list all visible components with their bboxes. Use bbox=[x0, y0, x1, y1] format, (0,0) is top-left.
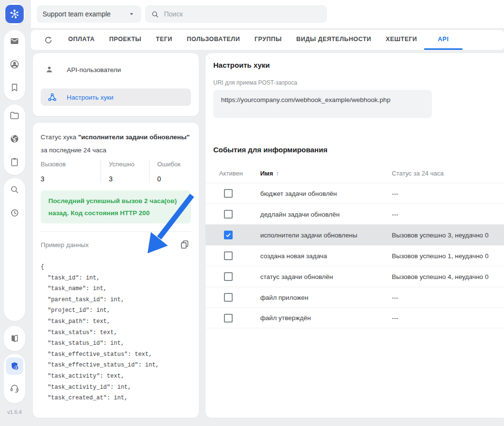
event-status: --- bbox=[392, 211, 504, 218]
tab-api[interactable]: API bbox=[424, 30, 462, 50]
account-icon[interactable] bbox=[9, 59, 20, 70]
history-icon[interactable] bbox=[9, 207, 20, 218]
stat-label: Ошибок bbox=[157, 161, 180, 168]
tab-tags[interactable]: ТЕГИ bbox=[148, 30, 179, 50]
nav-item-label: Настроить хуки bbox=[67, 94, 114, 101]
event-checkbox[interactable] bbox=[224, 189, 233, 198]
app-window: v1.6.4 Support team example Поиск ОПЛАТА… bbox=[0, 0, 504, 426]
hook-status-card: Статус хука "исполнители задачи обновлен… bbox=[33, 123, 199, 418]
events-table: Активен Имя↑ Статус за 24 часа бюджет за… bbox=[206, 163, 504, 328]
tab-activities[interactable]: ВИДЫ ДЕЯТЕЛЬНОСТИ bbox=[289, 30, 378, 50]
copy-icon[interactable] bbox=[178, 238, 191, 251]
event-name: статус задачи обновлён bbox=[260, 273, 392, 280]
tab-users[interactable]: ПОЛЬЗОВАТЕЛИ bbox=[179, 30, 247, 50]
stat-value: 0 bbox=[157, 175, 180, 183]
api-nav-card: API-пользователи Настроить хуки bbox=[33, 53, 199, 116]
tab-list: ОПЛАТА ПРОЕКТЫ ТЕГИ ПОЛЬЗОВАТЕЛИ ГРУППЫ … bbox=[61, 30, 462, 50]
bookmark-icon[interactable] bbox=[9, 82, 20, 93]
panel-title: Настроить хуки bbox=[213, 61, 496, 69]
hook-status-title: Статус хука "исполнители задачи обновлен… bbox=[41, 131, 195, 157]
stat-success: Успешно 3 bbox=[101, 161, 149, 183]
uri-field-label: URI для приема POST-запроса bbox=[213, 79, 496, 86]
sample-data-label: Пример данных bbox=[41, 241, 89, 249]
user-icon bbox=[44, 65, 54, 74]
col-header-status: Статус за 24 часа bbox=[392, 170, 504, 177]
event-checkbox[interactable] bbox=[224, 272, 233, 281]
app-logo-icon[interactable] bbox=[5, 5, 24, 23]
event-status: Вызовов успешно 4, неудачно 0 bbox=[392, 273, 504, 280]
event-name: дедлайн задачи обновлён bbox=[260, 211, 392, 218]
table-row: бюджет задачи обновлён --- bbox=[206, 183, 504, 204]
nav-item-setup-hooks[interactable]: Настроить хуки bbox=[41, 88, 191, 106]
event-name: создана новая задача bbox=[260, 252, 392, 260]
event-status: Вызовов успешно 3, неудачно 0 bbox=[392, 232, 504, 239]
globe-icon[interactable] bbox=[9, 133, 20, 144]
tab-groups[interactable]: ГРУППЫ bbox=[247, 30, 289, 50]
search-placeholder: Поиск bbox=[164, 10, 183, 18]
stat-label: Вызовов bbox=[41, 161, 101, 168]
event-name: исполнители задачи обновлены bbox=[260, 232, 392, 239]
nav-item-label: API-пользователи bbox=[67, 66, 121, 73]
table-row: статус задачи обновлён Вызовов успешно 4… bbox=[206, 266, 504, 287]
rail-group-tools bbox=[4, 178, 25, 321]
col-header-active: Активен bbox=[206, 170, 260, 177]
app-logo-container bbox=[4, 3, 25, 25]
mail-icon[interactable] bbox=[9, 36, 20, 46]
team-selector-value: Support team example bbox=[43, 10, 128, 18]
hook-stats: Вызовов 3 Успешно 3 Ошибок 0 bbox=[41, 161, 191, 183]
table-row: файл утверждён --- bbox=[206, 308, 504, 328]
sample-payload-code: { "task_id": int, "task_name": int, "par… bbox=[41, 262, 191, 404]
event-status: --- bbox=[392, 294, 504, 301]
tab-hashtags[interactable]: ХЕШТЕГИ bbox=[379, 30, 425, 50]
stat-value: 3 bbox=[109, 175, 149, 183]
tabbar: ОПЛАТА ПРОЕКТЫ ТЕГИ ПОЛЬЗОВАТЕЛИ ГРУППЫ … bbox=[31, 30, 504, 50]
book-icon[interactable] bbox=[9, 333, 20, 344]
event-name: файл утверждён bbox=[260, 314, 392, 322]
search-icon bbox=[151, 10, 159, 18]
divider bbox=[41, 231, 191, 232]
event-checkbox[interactable] bbox=[224, 314, 233, 323]
col-header-name[interactable]: Имя↑ bbox=[260, 170, 392, 177]
sort-asc-icon: ↑ bbox=[276, 170, 280, 177]
clipboard-icon[interactable] bbox=[9, 157, 20, 167]
events-section-title: События для информирования bbox=[213, 146, 496, 154]
nav-item-api-users[interactable]: API-пользователи bbox=[41, 60, 191, 79]
refresh-icon[interactable] bbox=[44, 35, 53, 45]
webhook-settings-panel: Настроить хуки URI для приема POST-запро… bbox=[206, 53, 504, 418]
stat-calls: Вызовов 3 bbox=[41, 161, 101, 183]
app-version: v1.6.4 bbox=[4, 409, 25, 415]
table-row: исполнители задачи обновлены Вызовов усп… bbox=[206, 224, 504, 245]
search-input[interactable]: Поиск bbox=[145, 5, 327, 23]
stat-errors: Ошибок 0 bbox=[149, 161, 190, 183]
event-name: бюджет задачи обновлён bbox=[260, 190, 392, 197]
rail-group-docs bbox=[4, 326, 25, 351]
last-call-success-alert: Последний успешный вызов 2 часа(ов) наза… bbox=[41, 191, 191, 223]
table-row: дедлайн задачи обновлён --- bbox=[206, 204, 504, 224]
stat-label: Успешно bbox=[109, 161, 149, 168]
tab-payment[interactable]: ОПЛАТА bbox=[61, 30, 102, 50]
rail-group-inbox bbox=[4, 30, 25, 101]
event-checkbox[interactable] bbox=[224, 231, 233, 239]
headset-icon[interactable] bbox=[9, 383, 20, 394]
team-selector[interactable]: Support team example bbox=[37, 5, 141, 23]
support-account-icon[interactable] bbox=[6, 357, 23, 375]
stat-value: 3 bbox=[41, 175, 101, 183]
event-checkbox[interactable] bbox=[224, 293, 233, 302]
event-name: файл приложен bbox=[260, 294, 392, 301]
table-row: файл приложен --- bbox=[206, 287, 504, 308]
tab-projects[interactable]: ПРОЕКТЫ bbox=[102, 30, 149, 50]
event-checkbox[interactable] bbox=[224, 251, 233, 260]
folder-icon[interactable] bbox=[9, 110, 20, 121]
rail-group-content bbox=[4, 104, 25, 175]
webhook-icon bbox=[47, 92, 57, 102]
event-status: Вызовов успешно 1, неудачно 0 bbox=[392, 252, 504, 260]
event-checkbox[interactable] bbox=[224, 210, 233, 219]
search-icon[interactable] bbox=[9, 184, 20, 195]
table-row: создана новая задача Вызовов успешно 1, … bbox=[206, 245, 504, 266]
rail-group-account bbox=[4, 354, 25, 403]
events-table-header: Активен Имя↑ Статус за 24 часа bbox=[206, 163, 504, 183]
uri-input[interactable]: https://yourcompany.com/webhook_example/… bbox=[213, 90, 432, 118]
event-status: --- bbox=[392, 314, 504, 322]
chevron-down-icon bbox=[128, 10, 135, 18]
topbar: Support team example Поиск bbox=[31, 0, 504, 28]
